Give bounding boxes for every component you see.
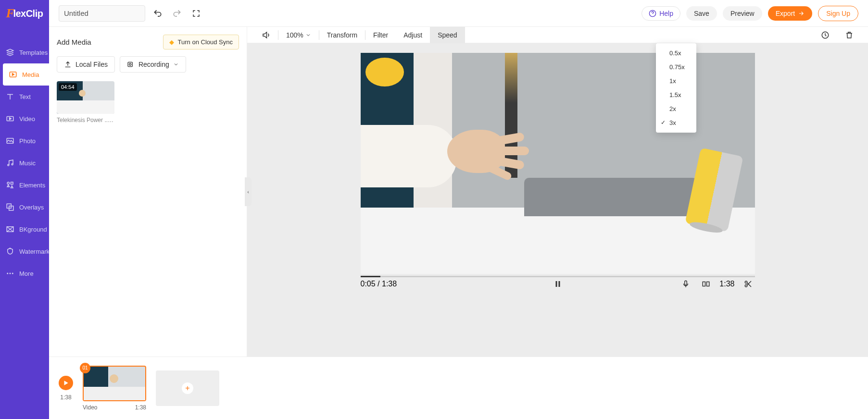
cloud-sync-button[interactable]: ◆ Turn on Cloud Sync <box>163 35 239 49</box>
svg-rect-18 <box>555 281 557 287</box>
sidebar-item-more[interactable]: More <box>0 262 49 284</box>
svg-point-4 <box>8 164 9 166</box>
undo-button[interactable] <box>151 7 164 20</box>
clip-badge: 01 <box>80 363 90 373</box>
signup-button[interactable]: Sign Up <box>818 6 858 21</box>
clip-type-label: Video <box>83 404 97 411</box>
video-icon <box>6 114 14 123</box>
sidebar-item-watermark[interactable]: Watermark <box>0 240 49 262</box>
speed-button[interactable]: Speed <box>430 27 465 43</box>
recording-label: Recording <box>138 61 169 68</box>
trim-button[interactable] <box>742 277 755 291</box>
sidebar-item-photo[interactable]: Photo <box>0 130 49 152</box>
canvas-area: 100% Transform Filter Adjust Speed 0.5x … <box>247 27 868 357</box>
speed-option-0.5x[interactable]: 0.5x <box>656 46 696 60</box>
save-button[interactable]: Save <box>686 6 717 21</box>
diamond-icon: ◆ <box>169 38 174 46</box>
zoom-value: 100% <box>286 31 303 39</box>
sidebar-label: Media <box>22 71 39 78</box>
export-label: Export <box>776 10 795 17</box>
trim-duration: 1:38 <box>719 280 734 288</box>
watermark-icon <box>6 247 14 256</box>
add-clip-button[interactable]: + <box>156 370 219 406</box>
sidebar-item-media[interactable]: Media <box>3 63 49 86</box>
sidebar-label: Watermark <box>19 248 50 255</box>
panel-collapse-button[interactable]: ‹ <box>245 177 252 206</box>
chevron-down-icon <box>305 32 311 38</box>
history-button[interactable] <box>813 27 837 43</box>
help-icon <box>649 10 656 17</box>
pause-button[interactable] <box>551 277 565 291</box>
svg-rect-15 <box>128 62 132 66</box>
zoom-dropdown[interactable]: 100% <box>278 27 319 43</box>
sidebar-item-overlays[interactable]: Overlays <box>0 196 49 218</box>
thumbnail-filename: Telekinesis Power ...l.mp4 <box>57 117 114 123</box>
sidebar-label: Templates <box>19 49 48 56</box>
sidebar-item-background[interactable]: BKground <box>0 218 49 240</box>
speed-option-2x[interactable]: 2x <box>656 102 696 116</box>
svg-marker-25 <box>64 381 68 385</box>
timeline-clip[interactable]: 01 <box>83 366 146 401</box>
microphone-button[interactable] <box>679 277 692 291</box>
adjust-button[interactable]: Adjust <box>396 27 430 43</box>
microphone-icon <box>681 280 690 288</box>
sidebar-label: More <box>19 270 34 277</box>
svg-marker-2 <box>10 118 12 120</box>
volume-button[interactable] <box>254 27 278 43</box>
volume-icon <box>262 31 270 39</box>
media-thumbnail[interactable]: 04:54 Telekinesis Power ...l.mp4 <box>57 81 114 123</box>
sidebar-item-text[interactable]: Text <box>0 86 49 108</box>
svg-rect-22 <box>707 282 709 286</box>
play-icon <box>63 380 69 386</box>
topbar: Help Save Preview Export Sign Up <box>49 0 868 27</box>
split-button[interactable] <box>699 277 713 291</box>
fullscreen-button[interactable] <box>189 7 203 20</box>
speed-option-0.75x[interactable]: 0.75x <box>656 60 696 74</box>
logo[interactable]: FlexClip <box>0 0 49 27</box>
playback-time: 0:05 / 1:38 <box>361 280 397 288</box>
transform-button[interactable]: Transform <box>319 27 365 43</box>
redo-button[interactable] <box>170 7 184 20</box>
sidebar-label: Video <box>19 115 35 123</box>
sidebar-label: Text <box>19 93 31 100</box>
help-button[interactable]: Help <box>642 6 680 21</box>
music-icon <box>6 159 14 167</box>
record-icon <box>127 61 135 68</box>
background-icon <box>6 225 14 234</box>
clip-duration-label: 1:38 <box>135 404 146 411</box>
export-button[interactable]: Export <box>768 6 812 21</box>
recording-button[interactable]: Recording <box>120 56 186 73</box>
chevron-down-icon <box>173 62 179 67</box>
canvas-toolbar: 100% Transform Filter Adjust Speed 0.5x … <box>247 27 868 43</box>
delete-button[interactable] <box>837 27 861 43</box>
speed-option-1.5x[interactable]: 1.5x <box>656 88 696 102</box>
help-label: Help <box>659 10 673 17</box>
svg-point-16 <box>129 63 131 65</box>
svg-rect-19 <box>558 281 560 287</box>
preview-button[interactable]: Preview <box>723 6 762 21</box>
sidebar-item-video[interactable]: Video <box>0 108 49 130</box>
left-sidebar: FlexClip Templates Media Text Video Phot… <box>0 0 49 419</box>
trash-icon <box>845 31 854 39</box>
arrow-right-icon <box>798 10 805 17</box>
speed-option-1x[interactable]: 1x <box>656 74 696 88</box>
svg-point-11 <box>7 273 8 274</box>
templates-icon <box>6 48 14 57</box>
sidebar-item-music[interactable]: Music <box>0 152 49 174</box>
filter-button[interactable]: Filter <box>365 27 396 43</box>
sidebar-label: Overlays <box>19 204 44 211</box>
local-files-button[interactable]: Local Files <box>57 56 115 73</box>
sidebar-label: BKground <box>19 226 47 233</box>
sidebar-item-templates[interactable]: Templates <box>0 41 49 63</box>
timeline: 1:38 01 Video 1:38 + <box>49 357 868 419</box>
svg-point-5 <box>12 164 13 165</box>
sidebar-label: Photo <box>19 137 36 145</box>
clock-icon <box>821 31 830 39</box>
cloud-sync-label: Turn on Cloud Sync <box>178 38 233 46</box>
split-icon <box>702 280 710 288</box>
sidebar-item-elements[interactable]: Elements <box>0 174 49 196</box>
svg-point-6 <box>7 182 10 185</box>
timeline-play-button[interactable] <box>59 376 73 390</box>
project-title-input[interactable] <box>59 5 145 22</box>
speed-option-3x[interactable]: 3x <box>656 116 696 130</box>
